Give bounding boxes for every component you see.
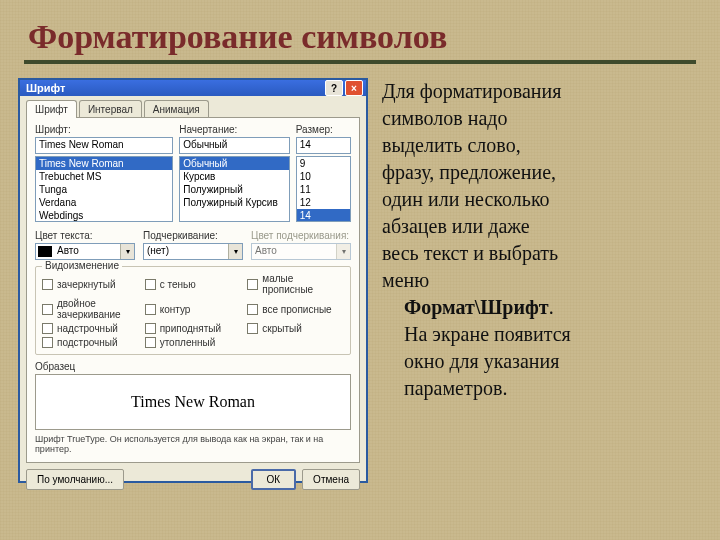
font-input[interactable]: Times New Roman (35, 137, 173, 154)
title-rule (24, 60, 696, 64)
body-para2: На экране появится окно для указания пар… (404, 321, 692, 402)
menu-reference: Формат\Шрифт (404, 296, 549, 318)
chk-super[interactable]: надстрочный (42, 323, 139, 334)
font-hint: Шрифт TrueType. Он используется для выво… (35, 434, 351, 454)
style-option[interactable]: Обычный (180, 157, 289, 170)
chk-shadow[interactable]: с тенью (145, 273, 242, 295)
mods-legend: Видоизменение (42, 260, 122, 271)
size-option[interactable]: 12 (297, 196, 350, 209)
underline-combo[interactable]: (нет)▾ (143, 243, 243, 260)
body-para1: Для форматирования символов надо выделит… (382, 78, 692, 294)
mods-group: Видоизменение зачеркнутый с тенью малые … (35, 266, 351, 355)
chk-smallcaps[interactable]: малые прописные (247, 273, 344, 295)
chevron-down-icon: ▾ (336, 244, 350, 259)
chevron-down-icon: ▾ (120, 244, 134, 259)
size-option[interactable]: 9 (297, 157, 350, 170)
style-listbox[interactable]: Обычный Курсив Полужирный Полужирный Кур… (179, 156, 290, 222)
slide-title: Форматирование символов (28, 18, 702, 56)
help-button[interactable]: ? (325, 80, 343, 96)
tabs: Шрифт Интервал Анимация (26, 100, 360, 118)
style-input[interactable]: Обычный (179, 137, 290, 154)
ucolor-label: Цвет подчеркивания: (251, 230, 351, 241)
tab-font[interactable]: Шрифт (26, 100, 77, 118)
slide-body: Для форматирования символов надо выделит… (382, 78, 702, 483)
ok-button[interactable]: ОК (251, 469, 297, 490)
style-option[interactable]: Полужирный (180, 183, 289, 196)
chevron-down-icon: ▾ (228, 244, 242, 259)
chk-hidden[interactable]: скрытый (247, 323, 344, 334)
font-option[interactable]: Times New Roman (36, 157, 172, 170)
close-button[interactable]: × (345, 80, 363, 96)
sample-preview: Times New Roman (35, 374, 351, 430)
font-option[interactable]: Tunga (36, 183, 172, 196)
ucolor-combo: Авто▾ (251, 243, 351, 260)
font-listbox[interactable]: Times New Roman Trebuchet MS Tunga Verda… (35, 156, 173, 222)
cancel-button[interactable]: Отмена (302, 469, 360, 490)
size-input[interactable]: 14 (296, 137, 351, 154)
font-label: Шрифт: (35, 124, 173, 135)
style-label: Начертание: (179, 124, 290, 135)
size-listbox[interactable]: 9 10 11 12 14 (296, 156, 351, 222)
chk-engrave[interactable]: утопленный (145, 337, 242, 348)
font-option[interactable]: Trebuchet MS (36, 170, 172, 183)
tab-animation[interactable]: Анимация (144, 100, 209, 118)
tab-spacing[interactable]: Интервал (79, 100, 142, 118)
size-label: Размер: (296, 124, 351, 135)
chk-sub[interactable]: подстрочный (42, 337, 139, 348)
size-option[interactable]: 10 (297, 170, 350, 183)
dialog-titlebar: Шрифт ? × (20, 80, 366, 96)
sample-label: Образец (35, 361, 351, 372)
color-label: Цвет текста: (35, 230, 135, 241)
font-option[interactable]: Verdana (36, 196, 172, 209)
color-combo[interactable]: Авто▾ (35, 243, 135, 260)
style-option[interactable]: Курсив (180, 170, 289, 183)
font-option[interactable]: Webdings (36, 209, 172, 222)
style-option[interactable]: Полужирный Курсив (180, 196, 289, 209)
font-dialog: Шрифт ? × Шрифт Интервал Анимация Шрифт: (18, 78, 368, 483)
default-button[interactable]: По умолчанию... (26, 469, 124, 490)
chk-emboss[interactable]: приподнятый (145, 323, 242, 334)
size-option[interactable]: 14 (297, 209, 350, 222)
tab-font-panel: Шрифт: Times New Roman Times New Roman T… (26, 117, 360, 463)
size-option[interactable]: 11 (297, 183, 350, 196)
chk-allcaps[interactable]: все прописные (247, 298, 344, 320)
underline-label: Подчеркивание: (143, 230, 243, 241)
chk-strike[interactable]: зачеркнутый (42, 273, 139, 295)
dialog-title: Шрифт (26, 82, 323, 94)
chk-outline[interactable]: контур (145, 298, 242, 320)
chk-dblstrike[interactable]: двойное зачеркивание (42, 298, 139, 320)
